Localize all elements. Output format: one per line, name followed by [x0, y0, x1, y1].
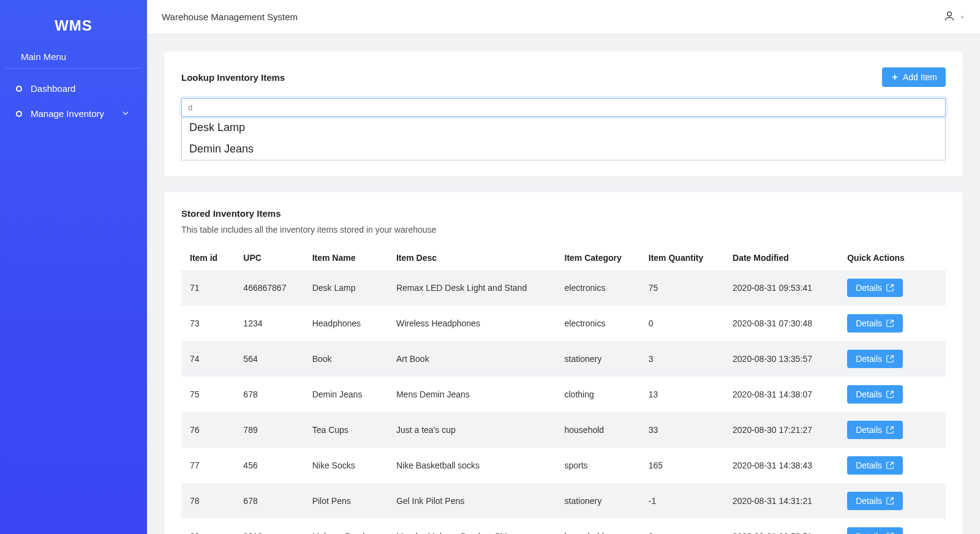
details-button[interactable]: Details	[847, 421, 903, 439]
chevron-down-icon	[121, 108, 130, 119]
cell-item-desc: Wireless Headphones	[388, 306, 556, 341]
autocomplete-option[interactable]: Desk Lamp	[182, 117, 945, 138]
chevron-down-icon	[959, 12, 965, 22]
details-label: Details	[856, 461, 882, 470]
cell-date-modified: 2020-08-31 14:38:07	[724, 377, 839, 412]
details-label: Details	[856, 425, 882, 435]
cell-quantity: 165	[640, 448, 724, 483]
col-item-desc: Item Desc	[388, 246, 556, 270]
cell-item-name: Tea Cups	[304, 412, 388, 448]
cell-item-id: 73	[181, 306, 235, 341]
cell-category: electronics	[556, 306, 640, 341]
cell-upc: 2016	[235, 519, 303, 534]
topbar: Warehouse Management System	[147, 0, 980, 34]
cell-item-desc: Morphe Makeup Brushes SM	[388, 519, 556, 534]
brand-text: WMS	[55, 17, 92, 34]
col-quantity: Item Quantity	[640, 246, 724, 270]
cell-actions: Details	[839, 306, 946, 341]
table-row: 802016Makeup BrushMorphe Makeup Brushes …	[181, 519, 946, 534]
lookup-input[interactable]	[181, 98, 946, 117]
details-label: Details	[856, 389, 882, 399]
cell-item-desc: Mens Demin Jeans	[388, 377, 556, 412]
cell-item-name: Demin Jeans	[304, 377, 388, 412]
col-upc: UPC	[235, 246, 303, 270]
cell-item-desc: Just a tea's cup	[388, 412, 556, 448]
table-row: 76789Tea CupsJust a tea's cuphousehold33…	[181, 412, 946, 448]
cell-category: clothing	[556, 377, 640, 412]
table-header-row: Item id UPC Item Name Item Desc Item Cat…	[181, 246, 946, 270]
stored-subtitle: This table includes all the inventory it…	[181, 225, 946, 235]
cell-upc: 678	[235, 377, 303, 412]
cell-actions: Details	[839, 483, 946, 519]
bullet-icon	[16, 111, 22, 117]
autocomplete-option[interactable]: Demin Jeans	[182, 138, 945, 160]
cell-upc: 456	[235, 448, 303, 483]
cell-item-id: 77	[181, 448, 235, 483]
cell-item-name: Makeup Brush	[304, 519, 388, 534]
cell-quantity: 0	[640, 306, 724, 341]
cell-date-modified: 2020-08-31 14:31:21	[724, 483, 839, 519]
details-button[interactable]: Details	[847, 527, 903, 534]
sidebar-item-label: Dashboard	[31, 83, 75, 94]
logo[interactable]: WMS	[0, 0, 147, 47]
add-item-label: Add Item	[903, 72, 937, 82]
cell-date-modified: 2020-08-30 17:21:27	[724, 412, 839, 448]
cell-quantity: 2	[640, 519, 724, 534]
page-title: Warehouse Management System	[162, 12, 298, 22]
details-button[interactable]: Details	[847, 314, 903, 333]
cell-quantity: 3	[640, 341, 724, 377]
table-row: 731234HeadphonesWireless Headphoneselect…	[181, 306, 946, 341]
cell-upc: 1234	[235, 306, 303, 341]
cell-item-id: 76	[181, 412, 235, 448]
cell-quantity: 13	[640, 377, 724, 412]
details-button[interactable]: Details	[847, 492, 903, 510]
details-button[interactable]: Details	[847, 385, 903, 404]
cell-date-modified: 2020-08-31 07:30:48	[724, 306, 839, 341]
cell-item-id: 74	[181, 341, 235, 377]
sidebar: WMS Main Menu Dashboard Manage Inventory	[0, 0, 147, 534]
user-menu[interactable]	[943, 10, 965, 24]
cell-item-desc: Nike Basketball socks	[388, 448, 556, 483]
sidebar-item-dashboard[interactable]: Dashboard	[0, 76, 147, 101]
table-row: 78678Pilot PensGel Ink Pilot Pensstation…	[181, 483, 946, 519]
cell-item-id: 75	[181, 377, 235, 412]
table-row: 77456Nike SocksNike Basketball socksspor…	[181, 448, 946, 483]
cell-actions: Details	[839, 341, 946, 377]
cell-quantity: 75	[640, 270, 724, 306]
details-label: Details	[856, 354, 882, 364]
sidebar-item-label: Manage Inventory	[31, 108, 104, 119]
cell-date-modified: 2020-08-31 14:38:43	[724, 448, 839, 483]
sidebar-menu: Dashboard Manage Inventory	[0, 76, 147, 126]
stored-title: Stored Inventory Items	[181, 208, 946, 219]
details-button[interactable]: Details	[847, 350, 903, 368]
col-category: Item Category	[556, 246, 640, 270]
table-row: 71466867867Desk LampRemax LED Desk Light…	[181, 270, 946, 306]
table-row: 74564BookArt Bookstationery32020-08-30 1…	[181, 341, 946, 377]
svg-point-1	[948, 12, 952, 16]
cell-item-desc: Art Book	[388, 341, 556, 377]
inventory-table: Item id UPC Item Name Item Desc Item Cat…	[181, 246, 946, 534]
cell-actions: Details	[839, 519, 946, 534]
sidebar-item-manage-inventory[interactable]: Manage Inventory	[0, 101, 147, 126]
cell-category: stationery	[556, 341, 640, 377]
details-label: Details	[856, 318, 882, 328]
cell-actions: Details	[839, 377, 946, 412]
table-row: 75678Demin JeansMens Demin Jeansclothing…	[181, 377, 946, 412]
add-item-button[interactable]: Add Item	[882, 67, 946, 87]
details-button[interactable]: Details	[847, 279, 903, 297]
details-button[interactable]: Details	[847, 456, 903, 475]
cell-category: sports	[556, 448, 640, 483]
cell-quantity: 33	[640, 412, 724, 448]
user-icon	[943, 10, 956, 24]
cell-category: household	[556, 412, 640, 448]
cell-item-desc: Remax LED Desk Light and Stand	[388, 270, 556, 306]
cell-item-name: Book	[304, 341, 388, 377]
cell-item-name: Pilot Pens	[304, 483, 388, 519]
cell-item-name: Nike Socks	[304, 448, 388, 483]
cell-item-id: 80	[181, 519, 235, 534]
details-label: Details	[856, 496, 882, 506]
bullet-icon	[16, 86, 22, 92]
details-label: Details	[856, 283, 882, 293]
cell-item-desc: Gel Ink Pilot Pens	[388, 483, 556, 519]
sidebar-header: Main Menu	[5, 47, 142, 69]
